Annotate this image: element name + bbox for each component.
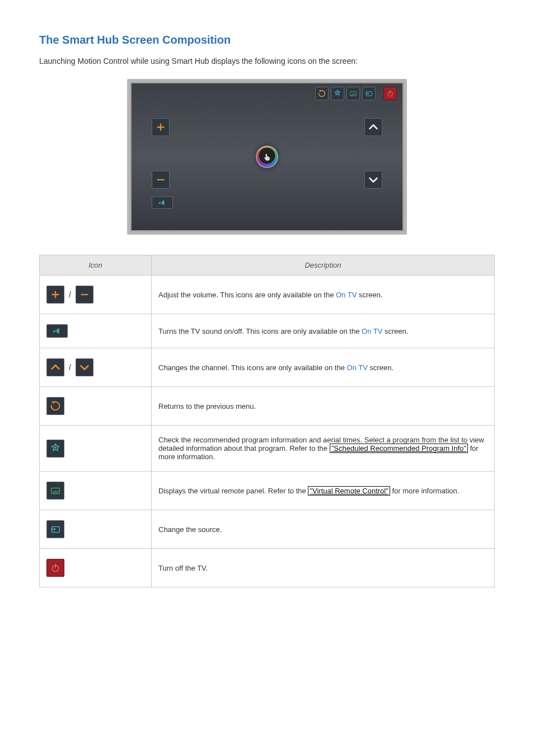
separator: / [68, 363, 72, 372]
table-row: Check the recommended program informatio… [40, 426, 495, 472]
return-icon [46, 397, 64, 415]
table-row: Returns to the previous menu. [40, 387, 495, 426]
table-row: / Adjust the volume. This icons are only… [40, 276, 495, 314]
chevron-down-icon [364, 171, 382, 189]
desc-recommend: Check the recommended program informatio… [152, 426, 495, 472]
hand-cursor-icon [256, 146, 278, 168]
desc-remote: Displays the virtual remote panel. Refer… [152, 472, 495, 510]
table-row: Displays the virtual remote panel. Refer… [40, 472, 495, 510]
desc-mute: Turns the TV sound on/off. This icons ar… [152, 314, 495, 348]
power-icon [383, 87, 397, 100]
desc-volume: Adjust the volume. This icons are only a… [152, 276, 495, 314]
col-header-icon: Icon [40, 255, 152, 276]
return-icon [315, 87, 329, 100]
mute-icon [46, 324, 68, 338]
virtual-remote-link[interactable]: "Virtual Remote Control" [308, 486, 390, 496]
minus-icon [152, 171, 170, 189]
source-icon [362, 87, 376, 100]
mute-icon [152, 197, 173, 209]
page-title: The Smart Hub Screen Composition [39, 34, 495, 46]
col-header-desc: Description [152, 255, 495, 276]
tv-frame [127, 79, 407, 235]
intro-text: Launching Motion Control while using Sma… [39, 57, 495, 66]
on-tv-link[interactable]: On TV [362, 327, 382, 335]
plus-icon [46, 286, 64, 304]
desc-source: Change the source. [152, 510, 495, 549]
on-tv-link[interactable]: On TV [347, 363, 368, 372]
on-tv-link[interactable]: On TV [336, 291, 357, 299]
desc-power: Turn off the TV. [152, 549, 495, 587]
table-row: Turn off the TV. [40, 549, 495, 587]
chevron-up-icon [46, 358, 64, 376]
top-icon-row [315, 87, 397, 100]
power-icon [46, 559, 64, 577]
recommend-icon [46, 440, 64, 458]
table-row: / Changes the channel. This icons are on… [40, 348, 495, 387]
table-row: Turns the TV sound on/off. This icons ar… [40, 314, 495, 348]
minus-icon [76, 286, 93, 304]
tv-illustration [127, 79, 407, 235]
desc-return: Returns to the previous menu. [152, 387, 495, 426]
remote-icon [346, 87, 360, 100]
icon-description-table: Icon Description / Adjust the volume. Th… [39, 255, 495, 587]
separator: / [68, 290, 72, 299]
plus-icon [152, 118, 170, 136]
recommend-icon [331, 87, 344, 100]
chevron-up-icon [364, 118, 382, 136]
chevron-down-icon [76, 358, 93, 376]
source-icon [46, 520, 64, 538]
table-row: Change the source. [40, 510, 495, 549]
scheduled-program-info-link[interactable]: "Scheduled Recommended Program Info" [330, 444, 468, 453]
remote-icon [46, 482, 64, 500]
desc-channel: Changes the channel. This icons are only… [152, 348, 495, 387]
